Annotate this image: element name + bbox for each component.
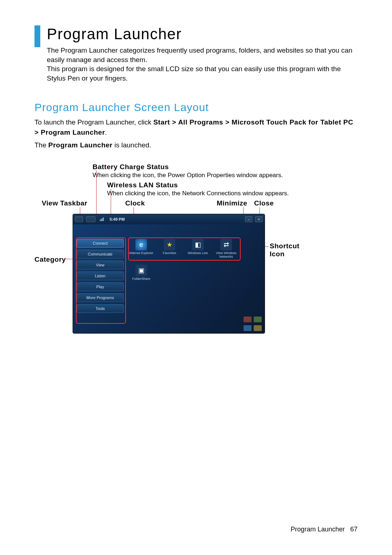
battery-desc: When clicking the icon, the Power Option…: [93, 172, 283, 179]
leader-battery: [96, 170, 97, 217]
launcher-titlebar: 5:49 PM – ×: [73, 214, 265, 224]
launched-suffix: is launched.: [113, 141, 151, 149]
battery-annotation: Battery Charge Status When clicking the …: [93, 163, 283, 179]
category-highlight: [76, 237, 126, 324]
category-label: Category: [34, 256, 66, 264]
battery-icon[interactable]: [86, 216, 95, 222]
screen-layout-diagram: Battery Charge Status When clicking the …: [34, 163, 358, 366]
wlan-annotation: Wireless LAN Status When clicking the ic…: [107, 181, 289, 197]
clock-display[interactable]: 5:49 PM: [110, 217, 125, 221]
footer-label: Program Launcher: [291, 526, 345, 533]
wlan-desc: When clicking the icon, the Network Conn…: [107, 190, 289, 197]
launch-suffix: .: [105, 128, 107, 136]
page-title: Program Launcher: [47, 25, 358, 43]
clock-label: Clock: [125, 199, 145, 207]
wlan-title: Wireless LAN Status: [107, 181, 178, 189]
launched-prefix: The: [34, 141, 48, 149]
footer-page-number: 67: [350, 526, 358, 533]
app-icon[interactable]: ▣ FolderShare: [129, 265, 154, 281]
leader-wlan: [111, 189, 111, 217]
windows-logo: [244, 317, 262, 331]
minimize-button[interactable]: –: [245, 216, 252, 222]
battery-title: Battery Charge Status: [93, 163, 169, 171]
section-accent-bar: [34, 25, 40, 47]
shortcut-icon-label: Shortcut Icon: [270, 242, 302, 258]
close-label: Close: [254, 199, 274, 207]
foldershare-icon: ▣: [135, 265, 147, 276]
taskbar-toggle-button[interactable]: [75, 216, 83, 222]
launch-instruction: To launch the Program Launcher, click St…: [34, 117, 358, 138]
section-subtitle: Program Launcher Screen Layout: [34, 101, 358, 114]
intro-paragraph-1: The Program Launcher categorizes frequen…: [47, 46, 358, 64]
close-button[interactable]: ×: [255, 216, 262, 222]
shortcut-highlight: [128, 237, 241, 261]
minimize-label: Minimize: [217, 199, 247, 207]
program-launcher-screenshot: 5:49 PM – × Connect Communicate View Lis…: [73, 214, 265, 334]
launch-prefix: To launch the Program Launcher, click: [34, 118, 153, 126]
intro-paragraph-2: This program is designed for the small L…: [47, 64, 358, 83]
view-taskbar-label: View Taskbar: [42, 199, 87, 207]
launched-bold: Program Launcher: [48, 141, 113, 149]
wireless-icon[interactable]: [100, 217, 104, 221]
page-footer: Program Launcher 67: [291, 526, 358, 533]
launched-text: The Program Launcher is launched.: [34, 140, 358, 151]
